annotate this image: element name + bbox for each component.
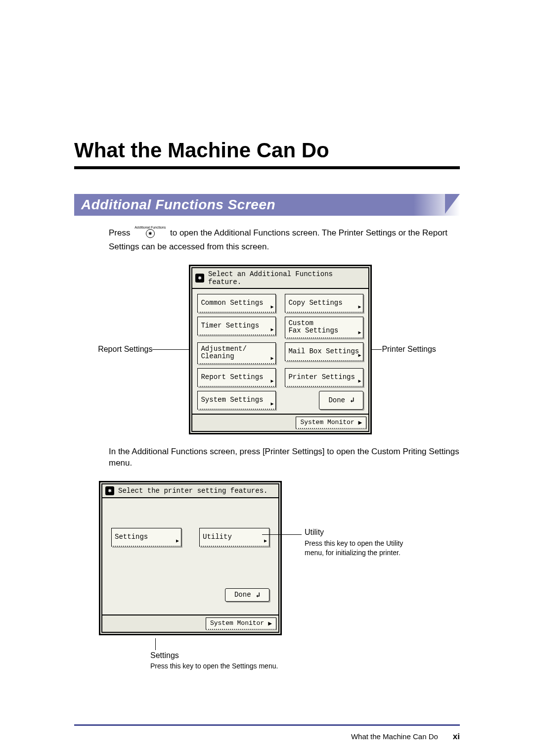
mail-box-settings-button[interactable]: Mail Box Settings▶ [285,342,363,361]
btn-label: Settings [115,533,148,541]
common-settings-button[interactable]: Common Settings▶ [197,294,276,313]
custom-fax-settings-button[interactable]: Custom Fax Settings▶ [285,317,363,338]
btn-label: System Settings [201,396,263,404]
lcd2-header: ✱ Select the printer setting features. [102,484,278,498]
settings-callout-desc: Press this key to open the Settings menu… [150,662,460,670]
chevron-right-icon: ▶ [358,353,361,358]
copy-settings-button[interactable]: Copy Settings▶ [285,294,363,313]
btn-label: Custom Fax Settings [288,320,338,335]
chevron-right-icon: ▶ [270,327,273,332]
page-footer: What the Machine Can Do xi [74,726,460,742]
lcd1-header: ✱ Select an Additional Functions feature… [192,268,368,289]
chevron-right-icon: ▶ [358,378,361,384]
done-button[interactable]: Done ↲ [319,391,363,410]
chevron-right-icon: ▶ [268,619,272,627]
timer-settings-button[interactable]: Timer Settings▶ [197,317,276,335]
btn-label: Printer Settings [288,374,355,381]
utility-callout-desc: Press this key to open the Utility menu,… [305,539,403,558]
chevron-right-icon: ▶ [270,304,273,310]
lcd2-header-text: Select the printer setting features. [118,487,267,495]
leader-line-left [152,349,189,350]
btn-label: Utility [203,533,232,541]
chevron-right-icon: ▶ [264,538,267,544]
callout-report-settings: Report Settings [98,345,152,354]
return-icon: ↲ [350,396,354,404]
asterisk-box-icon: ✱ [105,486,114,495]
utility-callout: Utility Press this key to open the Utili… [282,481,403,558]
utility-callout-title: Utility [305,528,403,537]
btn-label: Common Settings [201,299,263,307]
return-icon: ↲ [256,591,260,599]
done-label: Done [328,396,345,404]
leader-line-vertical [155,638,460,650]
system-monitor-label: System Monitor [300,419,354,426]
lcd-screenshot-2: ✱ Select the printer setting features. S… [99,481,282,635]
btn-label: Adjustment/ Cleaning [201,345,246,361]
chevron-right-icon: ▶ [270,378,273,384]
title-rule [74,166,460,169]
adjustment-cleaning-button[interactable]: Adjustment/ Cleaning▶ [197,342,276,364]
callout-printer-settings: Printer Settings [382,345,436,354]
chevron-right-icon: ▶ [358,330,361,335]
intro-paragraph: Press Additional Functions to open the A… [109,226,460,253]
system-monitor-button[interactable]: System Monitor ▶ [296,417,366,429]
additional-functions-key-icon: Additional Functions [134,226,166,241]
settings-callout: Settings Press this key to open the Sett… [150,638,460,670]
lcd-screenshot-1: ✱ Select an Additional Functions feature… [189,265,372,434]
intro-a: Press [109,228,130,237]
footer-label: What the Machine Can Do [351,732,438,741]
leader-line-right [372,349,382,350]
icon-caption: Additional Functions [134,226,166,229]
chevron-right-icon: ▶ [270,356,273,361]
system-settings-button[interactable]: System Settings▶ [197,391,276,410]
utility-button[interactable]: Utility▶ [199,528,269,547]
chevron-right-icon: ▶ [358,304,361,310]
done-button[interactable]: Done ↲ [225,588,269,602]
btn-label: Timer Settings [201,322,259,330]
settings-button[interactable]: Settings▶ [111,528,181,547]
done-label: Done [234,591,251,599]
asterisk-circle-icon [146,229,155,238]
mid-paragraph: In the Additional Functions screen, pres… [109,446,460,469]
section-heading: Additional Functions Screen [74,194,460,216]
system-monitor-button[interactable]: System Monitor ▶ [206,617,276,630]
chevron-right-icon: ▶ [270,401,273,407]
page-number: xi [453,732,460,742]
btn-label: Report Settings [201,374,263,381]
chevron-right-icon: ▶ [358,419,362,426]
lcd1-header-text: Select an Additional Functions feature. [208,270,366,286]
btn-label: Copy Settings [288,299,342,307]
system-monitor-label: System Monitor [210,619,264,627]
figure-1-row: Report Settings ✱ Select an Additional F… [74,265,460,434]
figure-2-row: ✱ Select the printer setting features. S… [74,481,460,635]
page-title: What the Machine Can Do [74,139,460,162]
asterisk-box-icon: ✱ [195,274,204,283]
printer-settings-button[interactable]: Printer Settings▶ [285,368,363,387]
chevron-right-icon: ▶ [176,538,179,544]
btn-label: Mail Box Settings [288,348,359,355]
section-heading-text: Additional Functions Screen [81,197,453,213]
report-settings-button[interactable]: Report Settings▶ [197,368,276,387]
leader-line [262,534,302,535]
settings-callout-title: Settings [150,651,460,660]
